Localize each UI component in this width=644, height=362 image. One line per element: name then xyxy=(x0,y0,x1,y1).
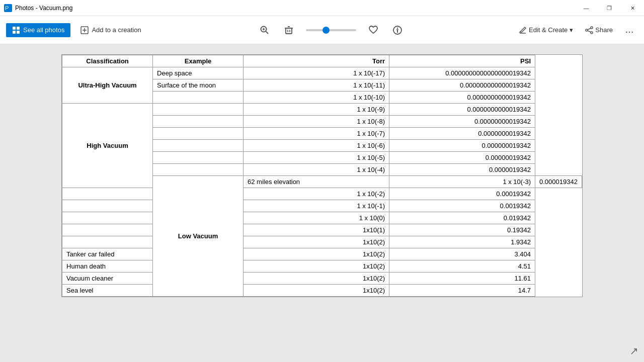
svg-line-27 xyxy=(631,349,636,354)
example-cell xyxy=(153,128,244,140)
status-bar xyxy=(624,342,644,362)
toolbar-right: Edit & Create ▾ Share … xyxy=(515,23,638,37)
zoom-slider-container xyxy=(306,29,356,31)
torr-cell: 1 x 10(-11) xyxy=(244,79,389,92)
favorite-button[interactable] xyxy=(366,23,380,37)
window-title: Photos - Vacuum.png xyxy=(15,5,73,12)
info-button[interactable] xyxy=(390,23,405,37)
close-button[interactable]: ✕ xyxy=(621,0,644,16)
torr-cell: 1x10(2) xyxy=(244,285,389,297)
add-icon xyxy=(80,26,89,34)
svg-line-26 xyxy=(588,31,591,32)
example-cell xyxy=(153,164,244,176)
svg-rect-5 xyxy=(17,31,20,34)
minimize-button[interactable]: — xyxy=(575,0,598,16)
torr-cell: 1x10(2) xyxy=(244,260,389,273)
torr-cell: 1 x 10(-5) xyxy=(244,152,389,164)
torr-cell: 1 x 10(-8) xyxy=(244,116,389,128)
table-row: Tanker car failed 1x10(2) 3.404 xyxy=(62,248,582,260)
table-row: Ultra-High Vacuum Deep space 1 x 10(-17)… xyxy=(62,67,582,79)
table-row: Sea level 1x10(2) 14.7 xyxy=(62,285,582,297)
table-container: Classification Example Torr PSI Ultra-Hi… xyxy=(61,54,583,297)
example-cell: Vacuum cleaner xyxy=(62,273,153,285)
table-row: 1x10(2) 1.9342 xyxy=(62,236,582,248)
table-row: 1 x 10(-1) 0.0019342 xyxy=(62,200,582,212)
psi-cell: 0.000000019342 xyxy=(389,140,535,152)
torr-cell: 1 x 10(-6) xyxy=(244,140,389,152)
example-cell xyxy=(62,200,153,212)
torr-cell: 1x10(1) xyxy=(244,224,389,236)
example-cell: Sea level xyxy=(62,285,153,297)
table-row: Vacuum cleaner 1x10(2) 11.61 xyxy=(62,273,582,285)
psi-cell: 0.000019342 xyxy=(535,176,582,188)
psi-cell: 0.0019342 xyxy=(389,200,535,212)
header-torr: Torr xyxy=(244,55,389,67)
torr-cell: 1 x 10(-9) xyxy=(244,104,389,116)
header-psi: PSI xyxy=(389,55,535,67)
torr-cell: 1 x 10(-1) xyxy=(244,200,389,212)
psi-cell: 0.0000000000019342 xyxy=(389,104,535,116)
svg-rect-2 xyxy=(13,27,16,30)
torr-cell: 1x10(2) xyxy=(244,248,389,260)
psi-cell: 0.00019342 xyxy=(389,188,535,200)
psi-cell: 0.0000019342 xyxy=(389,164,535,176)
table-row: 1 x 10(-2) 0.00019342 xyxy=(62,188,582,200)
header-example: Example xyxy=(153,55,244,67)
torr-cell: 1x10(2) xyxy=(244,236,389,248)
share-icon xyxy=(585,26,593,34)
example-cell xyxy=(62,188,153,200)
zoom-slider-thumb[interactable] xyxy=(323,27,330,34)
trash-icon xyxy=(284,25,294,35)
torr-cell: 1 x 10(-7) xyxy=(244,128,389,140)
svg-line-10 xyxy=(266,31,268,34)
title-bar: P Photos - Vacuum.png — ❐ ✕ xyxy=(0,0,644,16)
psi-cell: 11.61 xyxy=(389,273,535,285)
zoom-button[interactable] xyxy=(258,23,272,37)
edit-create-button[interactable]: Edit & Create ▾ xyxy=(515,23,577,37)
psi-cell: 4.51 xyxy=(389,260,535,273)
example-cell: Tanker car failed xyxy=(62,248,153,260)
torr-cell: 1 x 10(-4) xyxy=(244,164,389,176)
photos-icon xyxy=(12,26,20,34)
example-cell: Human death xyxy=(62,260,153,273)
expand-icon[interactable] xyxy=(630,348,637,356)
more-options-button[interactable]: … xyxy=(621,23,638,37)
add-to-creation-button[interactable]: Add to a creation xyxy=(74,23,147,37)
zoom-icon xyxy=(260,25,270,35)
toolbar-left: See all photos Add to a creation xyxy=(6,23,147,37)
info-icon xyxy=(392,25,403,35)
table-row: 1x10(1) 0.19342 xyxy=(62,224,582,236)
see-all-photos-button[interactable]: See all photos xyxy=(6,23,70,37)
example-cell xyxy=(153,104,244,116)
example-cell xyxy=(153,140,244,152)
torr-cell: 1 x 10(-2) xyxy=(244,188,389,200)
psi-cell: 0.019342 xyxy=(389,212,535,224)
heart-icon xyxy=(368,25,378,35)
toolbar: See all photos Add to a creation xyxy=(0,16,644,44)
psi-cell: 0.0000000000000000019342 xyxy=(389,67,535,79)
main-content: Classification Example Torr PSI Ultra-Hi… xyxy=(0,44,644,362)
example-cell: Deep space xyxy=(153,67,244,79)
torr-cell: 1 x 10(-3) xyxy=(389,176,535,188)
vacuum-table: Classification Example Torr PSI Ultra-Hi… xyxy=(62,55,582,297)
share-button[interactable]: Share xyxy=(581,23,617,37)
toolbar-center xyxy=(147,23,515,37)
lv-classification: Low Vacuum xyxy=(153,176,244,297)
psi-cell: 0.0000000019342 xyxy=(389,128,535,140)
svg-line-25 xyxy=(588,28,591,30)
psi-cell: 0.000000000000019342 xyxy=(389,79,535,92)
table-row: Human death 1x10(2) 4.51 xyxy=(62,260,582,273)
example-cell xyxy=(62,212,153,224)
zoom-slider-track[interactable] xyxy=(306,29,356,31)
svg-point-24 xyxy=(586,29,588,31)
psi-cell: 14.7 xyxy=(389,285,535,297)
psi-cell: 0.0000000000019342 xyxy=(389,92,535,104)
header-classification: Classification xyxy=(62,55,153,67)
delete-button[interactable] xyxy=(282,23,296,37)
maximize-button[interactable]: ❐ xyxy=(598,0,621,16)
psi-cell: 0.19342 xyxy=(389,224,535,236)
example-cell: 62 miles elevation xyxy=(244,176,389,188)
svg-point-22 xyxy=(591,27,593,29)
hv-classification: High Vacuum xyxy=(62,104,153,188)
svg-rect-3 xyxy=(17,27,20,30)
